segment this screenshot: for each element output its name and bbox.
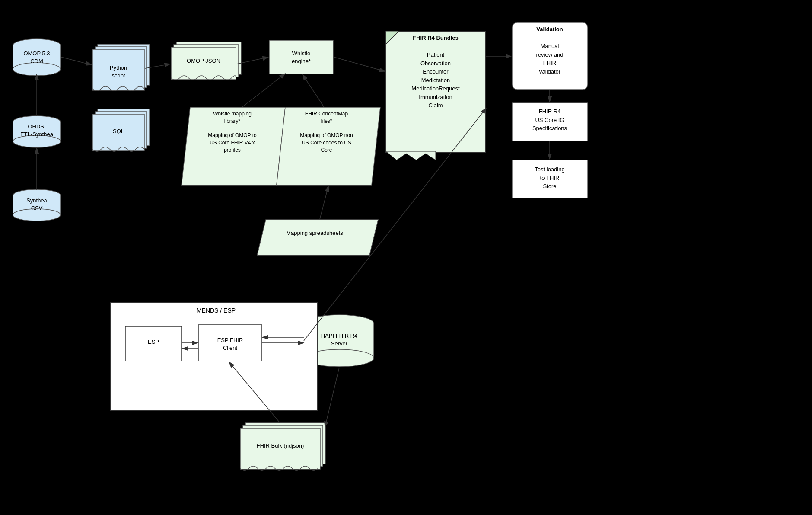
synthea-label: SyntheaCSV (13, 197, 61, 212)
mapping-spreadsheets-label: Mapping spreadsheets (258, 229, 371, 237)
fhir-bulk-label: FHIR Bulk (ndjson) (240, 442, 320, 450)
fhir-r4-ig-label: FHIR R4US Core IGSpecifications (513, 107, 586, 133)
svg-marker-33 (386, 151, 436, 160)
sql-label: SQL (92, 128, 144, 135)
svg-line-61 (325, 368, 339, 427)
svg-line-53 (242, 74, 285, 107)
svg-line-54 (303, 74, 324, 107)
fhir-conceptmap-label: FHIR ConceptMapfiles*Mapping of OMOP non… (278, 110, 375, 154)
svg-line-60 (229, 362, 280, 423)
test-loading-label: Test loadingto FHIRStore (513, 165, 586, 191)
svg-line-55 (320, 186, 328, 219)
esp-fhir-client-label: ESP FHIRClient (199, 336, 261, 352)
svg-marker-37 (257, 220, 378, 255)
svg-line-47 (61, 57, 92, 65)
mends-esp-label: MENDS / ESP (173, 307, 259, 314)
esp-label: ESP (125, 338, 182, 346)
svg-line-52 (334, 57, 385, 71)
fhir-r4-bundles-label: FHIR R4 Bundles Patient Observation Enco… (387, 34, 484, 110)
svg-line-50 (145, 64, 170, 68)
whistle-engine-label: Whistleengine* (269, 50, 333, 65)
svg-line-51 (237, 57, 268, 64)
svg-point-21 (305, 349, 374, 367)
python-script-label: Pythonscript (92, 64, 144, 80)
omop-json-label: OMOP JSON (171, 57, 236, 65)
ohdsi-label: OHDSIETL-Synthea (13, 123, 61, 138)
svg-rect-41 (110, 303, 318, 411)
hapi-fhir-label: HAPI FHIR R4Server (305, 332, 374, 348)
validation-label: Validation Manualreview andFHIRValidator (513, 25, 586, 76)
svg-point-17 (305, 315, 374, 332)
whistle-mapping-label: Whistle mappinglibrary*Mapping of OMOP t… (184, 110, 281, 154)
omop-cdm-label: OMOP 5.3CDM (13, 50, 61, 65)
